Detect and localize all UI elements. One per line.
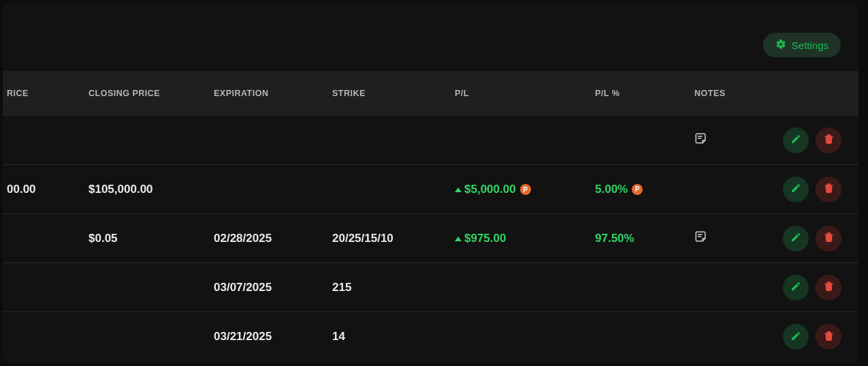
cell-expiration: 02/28/2025	[214, 232, 332, 245]
table-row: 03/21/202514	[3, 312, 858, 361]
cell-actions	[783, 324, 856, 350]
trash-icon	[824, 281, 834, 294]
cell-pl: $975.00	[455, 231, 595, 246]
pl-value: $5,000.00	[464, 183, 516, 196]
cell-expiration: 03/21/2025	[214, 330, 332, 344]
note-icon[interactable]	[694, 132, 707, 148]
cell-actions	[783, 275, 856, 301]
pencil-icon	[790, 232, 801, 245]
note-icon[interactable]	[694, 230, 707, 246]
pencil-icon	[790, 331, 801, 344]
delete-button[interactable]	[816, 324, 841, 350]
edit-button[interactable]	[783, 275, 809, 301]
trades-panel: Settings RICE CLOSING PRICE EXPIRATION S…	[3, 3, 858, 363]
table-header: RICE CLOSING PRICE EXPIRATION STRIKE P/L…	[3, 71, 858, 116]
delete-button[interactable]	[816, 275, 841, 301]
cell-strike: 20/25/15/10	[332, 232, 455, 245]
trash-icon	[824, 331, 834, 344]
cell-actions	[783, 226, 856, 251]
col-expiration: EXPIRATION	[214, 89, 332, 98]
col-pl: P/L	[455, 89, 595, 98]
cell-notes	[694, 132, 783, 148]
partial-badge: P	[520, 184, 531, 195]
cell-pl-pct: 97.50%	[595, 232, 694, 245]
table-row: 03/07/2025215	[3, 263, 858, 312]
pencil-icon	[790, 134, 801, 147]
cell-price: 00.00	[7, 183, 89, 196]
table-row: 00.00$105,000.00$5,000.00P5.00%P	[3, 165, 858, 214]
col-closing-price: CLOSING PRICE	[89, 89, 214, 98]
cell-closing-price: $0.05	[89, 232, 214, 245]
edit-button[interactable]	[783, 324, 809, 350]
cell-strike: 14	[332, 330, 455, 344]
edit-button[interactable]	[783, 177, 809, 202]
trash-icon	[824, 134, 834, 147]
cell-actions	[783, 127, 856, 153]
toolbar: Settings	[3, 3, 858, 71]
col-strike: STRIKE	[332, 89, 455, 98]
caret-up-icon	[455, 237, 462, 241]
pencil-icon	[790, 281, 801, 294]
pl-pct-value: 97.50%	[595, 232, 634, 245]
delete-button[interactable]	[816, 177, 841, 202]
gear-icon	[775, 39, 786, 52]
col-pl-pct: P/L %	[595, 89, 694, 98]
trash-icon	[824, 232, 834, 245]
col-price: RICE	[7, 89, 89, 98]
cell-pl-pct: 5.00%P	[595, 183, 694, 196]
cell-notes	[694, 230, 783, 246]
col-notes: NOTES	[694, 89, 783, 98]
pl-pct-value: 5.00%	[595, 183, 628, 196]
delete-button[interactable]	[816, 226, 841, 251]
cell-strike: 215	[332, 281, 455, 294]
caret-up-icon	[455, 187, 462, 192]
partial-badge: P	[632, 184, 643, 195]
cell-closing-price: $105,000.00	[89, 183, 214, 196]
trash-icon	[824, 183, 834, 196]
cell-actions	[783, 177, 856, 202]
cell-expiration: 03/07/2025	[214, 281, 332, 294]
delete-button[interactable]	[816, 127, 841, 153]
table-body: 00.00$105,000.00$5,000.00P5.00%P$0.0502/…	[3, 116, 858, 361]
pencil-icon	[790, 183, 801, 196]
settings-label: Settings	[792, 40, 829, 51]
cell-pl: $5,000.00P	[455, 182, 595, 197]
edit-button[interactable]	[783, 127, 809, 153]
edit-button[interactable]	[783, 226, 809, 251]
settings-button[interactable]: Settings	[763, 33, 841, 57]
table-row	[3, 116, 858, 165]
trades-table: RICE CLOSING PRICE EXPIRATION STRIKE P/L…	[3, 71, 858, 361]
pl-value: $975.00	[464, 232, 506, 245]
table-row: $0.0502/28/202520/25/15/10$975.0097.50%	[3, 214, 858, 263]
